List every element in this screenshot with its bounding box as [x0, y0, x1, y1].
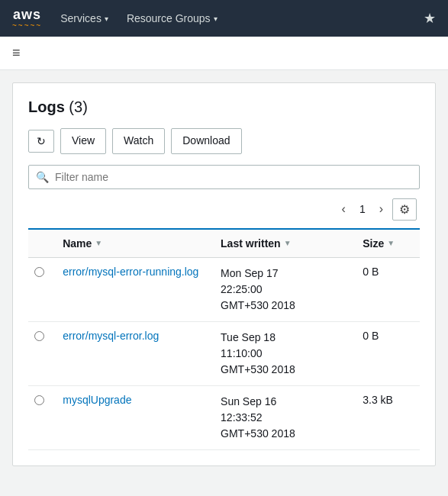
row-radio-input[interactable]: [34, 331, 44, 341]
page-title: Logs (3): [28, 98, 420, 116]
row-name-cell: mysqlUpgrade: [56, 385, 214, 449]
row-name-cell: error/mysql-error-running.log: [56, 257, 214, 321]
resource-groups-arrow-icon: ▾: [214, 14, 218, 23]
hamburger-menu-icon[interactable]: ≡: [12, 45, 21, 61]
aws-logo-smile: ~~~~~: [12, 21, 42, 30]
row-radio-input[interactable]: [34, 267, 44, 277]
row-radio-input[interactable]: [34, 395, 44, 405]
size-value: 3.3 kB: [363, 394, 393, 406]
last-written-text: Mon Sep 1722:25:00GMT+530 2018: [221, 266, 350, 314]
table-header-row: Name ▼ Last written ▼ Size ▼: [28, 229, 420, 258]
table-row: error/mysql-error-running.logMon Sep 172…: [28, 257, 420, 321]
last-written-text: Sun Sep 1612:33:52GMT+530 2018: [221, 394, 350, 442]
row-size-cell: 0 B: [356, 257, 420, 321]
row-name-cell: error/mysql-error.log: [56, 321, 214, 385]
row-size-cell: 0 B: [356, 321, 420, 385]
services-arrow-icon: ▾: [105, 14, 108, 23]
watch-button[interactable]: Watch: [112, 128, 165, 154]
row-radio-cell: [28, 385, 56, 449]
size-sort-icon: ▼: [387, 239, 395, 247]
download-button[interactable]: Download: [171, 128, 241, 154]
gear-icon: ⚙: [399, 203, 410, 216]
th-name[interactable]: Name ▼: [56, 229, 214, 258]
row-last-written-cell: Mon Sep 1722:25:00GMT+530 2018: [214, 257, 356, 321]
filter-input[interactable]: [28, 165, 420, 189]
table-settings-button[interactable]: ⚙: [392, 198, 417, 221]
th-select: [28, 229, 56, 258]
main-content: Logs (3) ↻ View Watch Download 🔍 ‹ 1 › ⚙: [12, 82, 436, 466]
aws-logo-text: aws: [13, 8, 41, 21]
pagination-row: ‹ 1 › ⚙: [28, 198, 420, 221]
th-last-written[interactable]: Last written ▼: [214, 229, 356, 258]
refresh-button[interactable]: ↻: [28, 130, 54, 153]
logs-table: Name ▼ Last written ▼ Size ▼: [28, 228, 420, 450]
aws-logo[interactable]: aws ~~~~~: [12, 8, 42, 30]
name-sort-icon: ▼: [95, 239, 102, 247]
table-row: mysqlUpgradeSun Sep 1612:33:52GMT+530 20…: [28, 385, 420, 449]
search-icon: 🔍: [36, 171, 49, 183]
favorites-star-icon[interactable]: ★: [424, 10, 436, 27]
th-size[interactable]: Size ▼: [356, 229, 420, 258]
log-name-link[interactable]: error/mysql-error.log: [63, 330, 159, 342]
row-last-written-cell: Tue Sep 1811:10:00GMT+530 2018: [214, 321, 356, 385]
row-radio-cell: [28, 321, 56, 385]
last-written-text: Tue Sep 1811:10:00GMT+530 2018: [221, 330, 350, 378]
log-name-link[interactable]: mysqlUpgrade: [63, 394, 131, 406]
log-name-link[interactable]: error/mysql-error-running.log: [63, 266, 198, 278]
table-row: error/mysql-error.logTue Sep 1811:10:00G…: [28, 321, 420, 385]
top-navigation: aws ~~~~~ Services ▾ Resource Groups ▾ ★: [0, 0, 448, 37]
view-button[interactable]: View: [60, 128, 106, 154]
size-value: 0 B: [363, 266, 379, 278]
services-nav-item[interactable]: Services ▾: [60, 12, 108, 24]
last-written-sort-icon: ▼: [284, 239, 292, 247]
refresh-icon: ↻: [37, 135, 46, 147]
sub-navigation: ≡: [0, 37, 448, 70]
row-last-written-cell: Sun Sep 1612:33:52GMT+530 2018: [214, 385, 356, 449]
next-page-button[interactable]: ›: [375, 201, 388, 217]
row-size-cell: 3.3 kB: [356, 385, 420, 449]
filter-container: 🔍: [28, 165, 420, 189]
current-page-number: 1: [355, 201, 370, 217]
resource-groups-nav-item[interactable]: Resource Groups ▾: [127, 12, 218, 24]
size-value: 0 B: [363, 330, 379, 342]
row-radio-cell: [28, 257, 56, 321]
prev-page-button[interactable]: ‹: [337, 201, 350, 217]
toolbar: ↻ View Watch Download: [28, 128, 420, 154]
